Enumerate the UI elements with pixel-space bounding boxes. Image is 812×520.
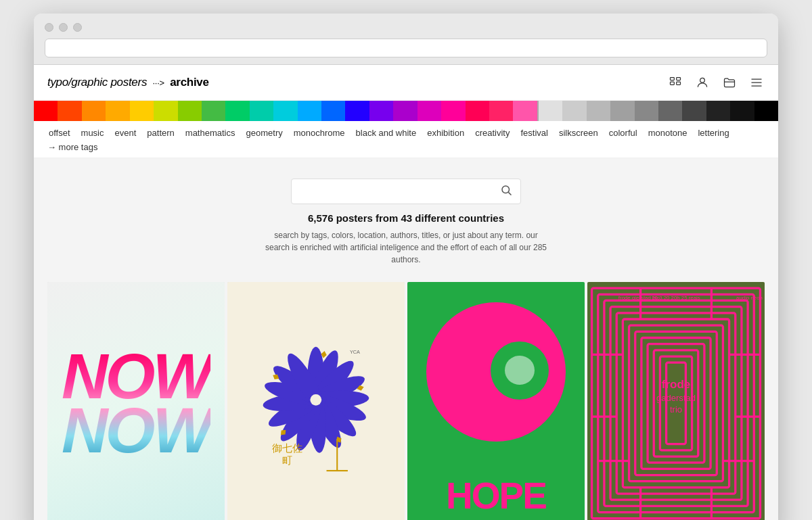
logo-arrow: ···>: [153, 78, 164, 88]
browser-dot-minimize[interactable]: [59, 23, 68, 32]
svg-text:trio: trio: [670, 404, 682, 415]
svg-rect-0: [671, 78, 675, 80]
search-count: 6,576 posters from 43 different countrie…: [308, 212, 504, 224]
poster-card-1[interactable]: NOWNOW: [47, 282, 225, 520]
grid-view-icon[interactable]: [667, 74, 683, 91]
color-swatch[interactable]: [106, 101, 129, 121]
color-swatch[interactable]: [225, 101, 249, 121]
folder-icon[interactable]: [721, 74, 738, 91]
main-content: 6,576 posters from 43 different countrie…: [34, 158, 778, 520]
color-swatch[interactable]: [154, 101, 177, 121]
svg-point-8: [502, 186, 510, 193]
color-swatch-gray[interactable]: [658, 101, 682, 121]
color-swatch-gray[interactable]: [610, 101, 634, 121]
svg-rect-1: [671, 82, 675, 85]
svg-text:frode: frode: [662, 378, 691, 391]
tag-monotone[interactable]: monotone: [644, 126, 692, 139]
svg-point-4: [700, 78, 705, 82]
svg-text:gaderstad: gaderstad: [656, 393, 696, 403]
color-swatch[interactable]: [58, 101, 81, 121]
color-swatch[interactable]: [34, 101, 58, 121]
hope-circle: [426, 302, 566, 442]
header-icons: [667, 74, 765, 91]
svg-text:20.3.20 20h 25 reais: 20.3.20 20h 25 reais: [652, 295, 700, 301]
hope-text: HOPE: [446, 477, 546, 515]
poster-image-2: 御七佐 町 YCA: [227, 282, 405, 520]
svg-rect-2: [677, 78, 681, 80]
address-bar[interactable]: [45, 39, 767, 57]
search-box: [291, 179, 521, 204]
poster-grid: NOWNOW: [47, 282, 765, 520]
tag-exhibition[interactable]: exhibition: [423, 126, 468, 139]
search-icon[interactable]: [500, 184, 512, 199]
hope-circle-inner: [491, 341, 549, 400]
poster-image-1: NOWNOW: [47, 282, 225, 520]
app-content: typo/graphic posters ···> archive: [34, 65, 778, 520]
svg-point-31: [311, 394, 322, 406]
browser-chrome: [34, 14, 778, 65]
color-swatch[interactable]: [441, 101, 465, 121]
browser-dot-close[interactable]: [45, 23, 53, 32]
svg-line-9: [508, 192, 511, 195]
color-swatch[interactable]: [130, 101, 154, 121]
menu-icon[interactable]: [748, 74, 765, 91]
search-description: search by tags, colors, location, author…: [264, 229, 548, 266]
tag-offset[interactable]: offset: [45, 126, 74, 139]
tag-lettering[interactable]: lettering: [694, 126, 733, 139]
logo-text-main: typo/graphic posters: [47, 76, 147, 89]
color-swatch-gray[interactable]: [537, 101, 562, 121]
tag-black-and-white[interactable]: black and white: [352, 126, 421, 139]
color-bar: [34, 101, 778, 121]
color-swatch[interactable]: [369, 101, 393, 121]
tag-mathematics[interactable]: mathematics: [181, 126, 240, 139]
tag-event[interactable]: event: [111, 126, 141, 139]
color-swatch-gray[interactable]: [730, 101, 754, 121]
svg-text:御七佐: 御七佐: [273, 443, 303, 454]
color-swatch[interactable]: [82, 101, 106, 121]
color-swatch-gray[interactable]: [562, 101, 586, 121]
spiral-container: 御七佐 町 YCA: [245, 306, 387, 500]
svg-text:町: 町: [283, 455, 293, 466]
poster-image-3: HOPE: [407, 282, 585, 520]
color-swatch[interactable]: [178, 101, 202, 121]
color-swatch[interactable]: [393, 101, 417, 121]
color-swatch[interactable]: [418, 101, 441, 121]
tag-music[interactable]: music: [77, 126, 108, 139]
svg-rect-3: [677, 82, 681, 85]
search-area: 6,576 posters from 43 different countrie…: [47, 179, 765, 266]
user-icon[interactable]: [694, 74, 710, 91]
browser-dot-maximize[interactable]: [73, 23, 82, 32]
poster-card-3[interactable]: HOPE: [407, 282, 585, 520]
now-text: NOWNOW: [62, 349, 210, 458]
color-swatch-gray[interactable]: [587, 101, 610, 121]
color-swatch[interactable]: [345, 101, 369, 121]
browser-window: typo/graphic posters ···> archive: [34, 14, 778, 520]
tag-silkscreen[interactable]: silkscreen: [555, 126, 602, 139]
hope-circle-dot: [505, 356, 534, 385]
more-tags-link[interactable]: → more tags: [47, 142, 97, 152]
color-swatch-gray[interactable]: [635, 101, 658, 121]
tag-creativity[interactable]: creativity: [471, 126, 514, 139]
tag-geometry[interactable]: geometry: [242, 126, 287, 139]
tag-pattern[interactable]: pattern: [143, 126, 178, 139]
browser-dots: [45, 23, 767, 32]
color-swatch[interactable]: [298, 101, 321, 121]
color-swatch[interactable]: [273, 101, 297, 121]
tag-festival[interactable]: festival: [516, 126, 551, 139]
poster-card-2[interactable]: 御七佐 町 YCA: [227, 282, 405, 520]
color-swatch[interactable]: [489, 101, 513, 121]
logo-text-archive: archive: [170, 76, 208, 89]
color-swatch[interactable]: [202, 101, 225, 121]
color-swatch[interactable]: [513, 101, 537, 121]
tag-monochrome[interactable]: monochrome: [290, 126, 349, 139]
poster-card-4[interactable]: frode gaderstad trio frode gjerstad trio…: [587, 282, 765, 520]
color-swatch-gray[interactable]: [754, 101, 778, 121]
color-swatch-gray[interactable]: [706, 101, 730, 121]
search-input[interactable]: [300, 186, 500, 197]
color-swatch[interactable]: [250, 101, 273, 121]
color-swatch[interactable]: [466, 101, 489, 121]
color-swatch[interactable]: [321, 101, 345, 121]
tag-colorful[interactable]: colorful: [605, 126, 641, 139]
app-header: typo/graphic posters ···> archive: [34, 65, 778, 101]
color-swatch-gray[interactable]: [682, 101, 706, 121]
